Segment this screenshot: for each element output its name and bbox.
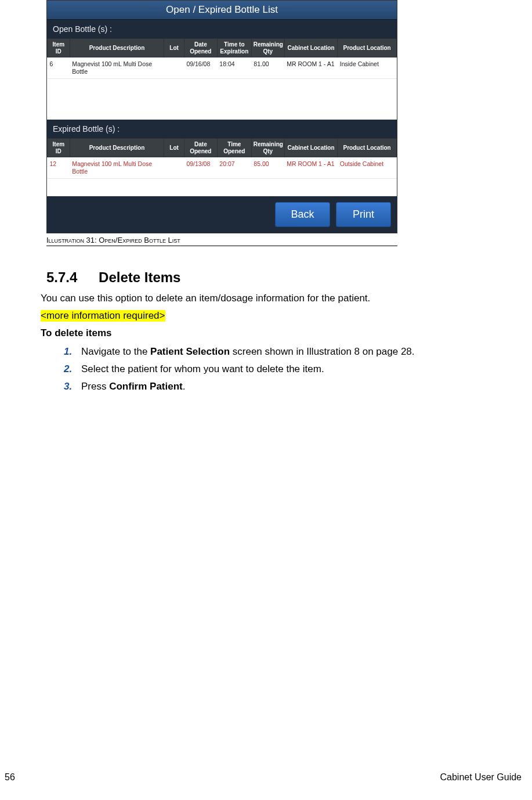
step-text-bold: Patient Selection [150, 346, 230, 357]
expired-bottles-label: Expired Bottle (s) : [47, 120, 397, 138]
cell-cab: MR ROOM 1 - A1 [284, 157, 338, 179]
col-product-desc: Product Description [70, 39, 164, 57]
col-date-opened: Date Opened [184, 139, 217, 157]
open-bottles-table: Item ID Product Description Lot Date Ope… [47, 38, 397, 79]
col-product-desc: Product Description [70, 139, 164, 157]
footer-title: Cabinet User Guide [440, 772, 522, 783]
button-bar: Back Print [47, 196, 397, 233]
cell-desc: Magnevist 100 mL Multi Dose Bottle [70, 157, 164, 179]
illustration-caption: Illustration 31: Open/Expired Bottle Lis… [46, 233, 397, 246]
col-cabinet-loc: Cabinet Location [284, 139, 338, 157]
cell-date: 09/16/08 [184, 57, 217, 79]
cell-time: 18:04 [217, 57, 251, 79]
step-number: 2. [64, 363, 72, 375]
step-text-pre: Select the patient for whom you want to … [81, 363, 324, 374]
cell-date: 09/13/08 [184, 157, 217, 179]
col-product-loc: Product Location [338, 39, 397, 57]
step-number: 1. [64, 346, 72, 358]
col-item-id: Item ID [48, 139, 70, 157]
list-item: 3. Press Confirm Patient. [64, 381, 526, 392]
section-heading: 5.7.4 Delete Items [46, 269, 526, 286]
step-text-bold: Confirm Patient [109, 381, 183, 392]
col-remaining-qty: Remaining Qty [251, 39, 284, 57]
expired-bottles-table: Item ID Product Description Lot Date Ope… [47, 138, 397, 179]
step-number: 3. [64, 381, 72, 392]
page-number: 56 [5, 772, 15, 783]
col-remaining-qty: Remaining Qty [251, 139, 284, 157]
steps-list: 1. Navigate to the Patient Selection scr… [41, 346, 526, 392]
open-bottles-label: Open Bottle (s) : [47, 20, 397, 38]
col-product-loc: Product Location [338, 139, 397, 157]
section-number: 5.7.4 [46, 269, 77, 286]
app-title: Open / Expired Bottle List [47, 1, 397, 20]
step-text-post: . [183, 381, 186, 392]
cell-desc: Magnevist 100 mL Multi Dose Bottle [70, 57, 164, 79]
cell-item-id: 6 [48, 57, 70, 79]
cell-cab: MR ROOM 1 - A1 [284, 57, 338, 79]
cell-time: 20:07 [217, 157, 251, 179]
step-text-pre: Navigate to the [81, 346, 150, 357]
intro-text: You can use this option to delete an ite… [41, 293, 526, 304]
col-item-id: Item ID [48, 39, 70, 57]
sub-heading: To delete items [41, 327, 526, 339]
back-button[interactable]: Back [275, 202, 330, 227]
col-time-to-exp: Time to Expiration [217, 39, 251, 57]
cell-qty: 81.00 [251, 57, 284, 79]
page-footer: 56 Cabinet User Guide [0, 772, 526, 783]
table-header-row: Item ID Product Description Lot Date Ope… [48, 139, 397, 157]
col-lot: Lot [164, 39, 184, 57]
cell-prod: Outside Cabinet [338, 157, 397, 179]
print-button[interactable]: Print [336, 202, 391, 227]
step-text-post: screen shown in Illustration 8 on page 2… [230, 346, 414, 357]
col-lot: Lot [164, 139, 184, 157]
col-date-opened: Date Opened [184, 39, 217, 57]
cell-prod: Inside Cabinet [338, 57, 397, 79]
list-item: 1. Navigate to the Patient Selection scr… [64, 346, 526, 358]
col-cabinet-loc: Cabinet Location [284, 39, 338, 57]
table-row[interactable]: 12 Magnevist 100 mL Multi Dose Bottle 09… [48, 157, 397, 179]
list-item: 2. Select the patient for whom you want … [64, 363, 526, 375]
col-time-opened: Time Opened [217, 139, 251, 157]
highlight-note: <more information required> [41, 310, 165, 322]
cell-lot [164, 157, 184, 179]
cell-qty: 85.00 [251, 157, 284, 179]
table-row[interactable]: 6 Magnevist 100 mL Multi Dose Bottle 09/… [48, 57, 397, 79]
cell-item-id: 12 [48, 157, 70, 179]
cell-lot [164, 57, 184, 79]
table-header-row: Item ID Product Description Lot Date Ope… [48, 39, 397, 57]
step-text-pre: Press [81, 381, 109, 392]
open-expired-bottle-screenshot: Open / Expired Bottle List Open Bottle (… [46, 0, 397, 233]
section-title: Delete Items [99, 269, 180, 285]
